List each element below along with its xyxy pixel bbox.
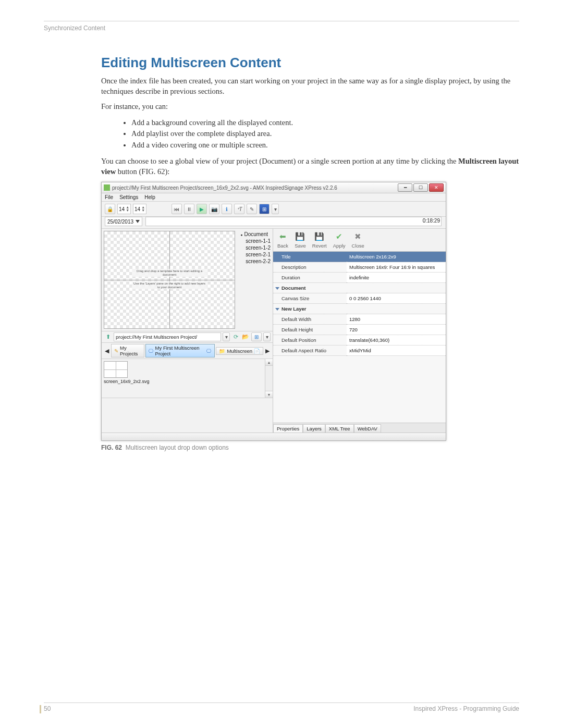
file-thumbnail[interactable] [104, 361, 128, 378]
page-number: 50 [44, 705, 51, 712]
layout-dropdown-button[interactable]: ▾ [272, 204, 279, 214]
up-folder-icon[interactable]: ⬆ [104, 333, 112, 341]
secondary-toolbar: 25/02/2013 0:18:29 [102, 217, 446, 229]
bullet-item: Add a background covering all the displa… [131, 117, 519, 129]
back-arrow-icon: ⬅ [278, 231, 288, 242]
prop-defwidth-value[interactable]: 1280 [347, 314, 446, 325]
menu-settings[interactable]: Settings [119, 194, 138, 200]
window-title: project://My First Multiscreen Project/s… [112, 185, 398, 191]
breadcrumb-back-icon[interactable]: ◀ [104, 348, 110, 354]
view-mode-button[interactable]: ⊞ [251, 332, 262, 341]
document-screen-list: Document screen-1-1 screen-1-2 screen-2-… [235, 229, 273, 331]
zoom-v-stepper[interactable]: 14▲▼ [133, 204, 146, 214]
canvas-hint-1: Drag and drop a template here to start e… [132, 269, 207, 277]
open-folder-icon[interactable]: 📂 [241, 333, 250, 341]
tab-webdav[interactable]: WebDAV [354, 424, 381, 433]
menu-bar: File Settings Help [102, 193, 446, 202]
prop-description-value[interactable]: Multiscreen 16x9: Four 16:9 in squares [347, 262, 446, 273]
tab-properties[interactable]: Properties [273, 424, 303, 433]
menu-file[interactable]: File [105, 194, 113, 200]
edit-icon[interactable]: ✎ [247, 204, 257, 214]
tab-xml-tree[interactable]: XML Tree [325, 424, 354, 433]
skip-start-icon[interactable]: ⏮ [172, 204, 182, 214]
main-toolbar: 🔒 14▲▼ 14▲▼ ⏮ ⏸ ▶ 📷 ℹ ⁺T ✎ ⊞ ▾ [102, 202, 446, 217]
doclist-item[interactable]: screen-1-1 [236, 238, 272, 244]
prop-section-document[interactable]: Document [273, 283, 446, 293]
check-icon: ✔ [334, 231, 345, 242]
refresh-icon[interactable]: ⟳ [231, 333, 240, 341]
apply-button[interactable]: ✔Apply [333, 231, 346, 249]
scroll-up-icon[interactable]: ▲ [265, 359, 273, 366]
tab-layers[interactable]: Layers [303, 424, 325, 433]
prop-aspect-value[interactable]: xMidYMid [347, 346, 446, 356]
date-picker[interactable]: 25/02/2013 [105, 217, 142, 226]
breadcrumb-item[interactable]: 🖵My First Multiscreen Project🖵 [145, 344, 215, 357]
close-icon: ✖ [353, 231, 363, 242]
prop-defpos-value[interactable]: translate(640,360) [347, 335, 446, 346]
status-bar [102, 433, 446, 440]
bullet-list: Add a background covering all the displa… [101, 117, 519, 151]
save-button[interactable]: 💾Save [295, 231, 306, 249]
maximize-button[interactable]: ☐ [413, 183, 428, 192]
prop-title-key: Title [273, 252, 347, 262]
add-text-icon[interactable]: ⁺T [234, 204, 244, 214]
menu-help[interactable]: Help [144, 194, 155, 200]
figure-caption: FIG. 62 Multiscreen layout drop down opt… [101, 444, 519, 451]
prop-defwidth-key: Default Width [273, 314, 347, 325]
layout-view-button[interactable]: ⊞ [259, 204, 270, 214]
doclist-root[interactable]: Document [236, 231, 272, 238]
back-button[interactable]: ⬅Back [277, 231, 288, 249]
prop-canvas-value[interactable]: 0 0 2560 1440 [347, 293, 446, 304]
bullet-item: Add playlist over the complete displayed… [131, 128, 519, 140]
breadcrumb-forward-icon[interactable]: ▶ [264, 348, 271, 354]
minimize-button[interactable]: ━ [398, 183, 412, 192]
view-mode-dropdown[interactable]: ▾ [263, 332, 271, 341]
prop-defheight-value[interactable]: 720 [347, 325, 446, 335]
prop-title-value[interactable]: Multiscreen 2x16:2x9 [347, 252, 446, 262]
snapshot-icon[interactable]: 📷 [209, 204, 219, 214]
prop-section-newlayer[interactable]: New Layer [273, 304, 446, 314]
close-props-button[interactable]: ✖Close [352, 231, 364, 249]
paragraph-2: For instance, you can: [101, 102, 519, 112]
prop-duration-value[interactable]: indefinite [347, 273, 446, 283]
path-dropdown-button[interactable]: ▾ [223, 332, 230, 341]
revert-icon: 💾 [314, 231, 325, 242]
breadcrumb-item[interactable]: ✎My Projects [111, 344, 144, 357]
canvas-hint-2: Use the 'Layers' pane on the right to ad… [132, 281, 207, 289]
info-icon[interactable]: ℹ [222, 204, 232, 214]
prop-aspect-key: Default Aspect Ratio [273, 346, 347, 356]
save-icon: 💾 [295, 231, 305, 242]
pause-icon[interactable]: ⏸ [184, 204, 194, 214]
path-bar: ⬆ project://My First Multiscreen Project… [102, 331, 273, 343]
lock-icon[interactable]: 🔒 [105, 204, 115, 214]
app-window: project://My First Multiscreen Project/s… [101, 182, 446, 441]
play-icon[interactable]: ▶ [197, 204, 207, 214]
doclist-item[interactable]: screen-1-2 [236, 244, 272, 251]
doclist-item[interactable]: screen-2-1 [236, 251, 272, 258]
close-button[interactable]: ✕ [429, 183, 444, 192]
scroll-down-icon[interactable]: ▼ [265, 391, 273, 398]
properties-table: TitleMultiscreen 2x16:2x9 DescriptionMul… [273, 252, 446, 356]
revert-button[interactable]: 💾Revert [312, 231, 327, 249]
path-field[interactable]: project://My First Multiscreen Project/ [114, 332, 221, 341]
breadcrumb-item[interactable]: 📁Multiscreen📄 [216, 347, 263, 355]
zoom-h-stepper[interactable]: 14▲▼ [117, 204, 131, 214]
window-titlebar[interactable]: project://My First Multiscreen Project/s… [102, 182, 446, 193]
app-icon [104, 184, 110, 191]
prop-defpos-key: Default Position [273, 335, 347, 346]
timeline-time-label: 0:18:29 [423, 218, 440, 224]
bullet-item: Add a video covering one or multiple scr… [131, 140, 519, 151]
paragraph-3: You can choose to see a global view of y… [101, 156, 519, 177]
prop-defheight-key: Default Height [273, 325, 347, 335]
canvas-preview[interactable]: Drag and drop a template here to start e… [104, 231, 235, 329]
file-thumbnail-label: screen_16x9_2x2.svg [104, 379, 271, 384]
paragraph-1: Once the index file has been created, yo… [101, 76, 519, 96]
thumbnail-browser: screen_16x9_2x2.svg ▲ ▼ [102, 359, 273, 398]
timeline[interactable]: 0:18:29 [145, 217, 442, 226]
figure-62: project://My First Multiscreen Project/s… [101, 182, 519, 451]
page-footer: 50 Inspired XPress - Programming Guide [44, 702, 519, 712]
doclist-item[interactable]: screen-2-2 [236, 258, 272, 265]
thumbnail-scrollbar[interactable]: ▲ ▼ [265, 359, 273, 398]
panel-tabs: Properties Layers XML Tree WebDAV [273, 423, 446, 433]
prop-description-key: Description [273, 262, 347, 273]
